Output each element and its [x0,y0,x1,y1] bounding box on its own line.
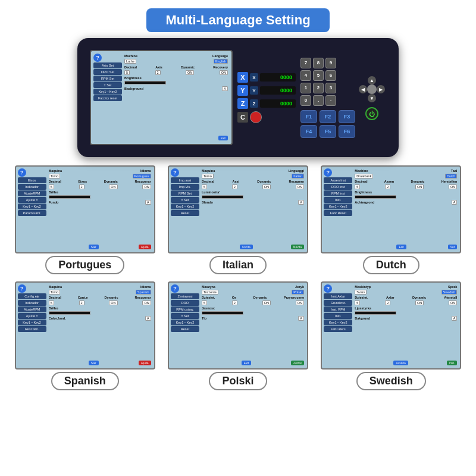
nav-down-arrow[interactable]: ▼ [368,94,376,102]
key-6[interactable]: 6 [325,70,336,81]
key-2[interactable]: 2 [313,83,324,93]
help-icon-dutch[interactable]: ? [324,168,332,177]
f1-key[interactable]: F1 [300,110,317,123]
lang-menu-item-3[interactable]: Ajuste ± [18,197,46,203]
lang-menu-item-4[interactable]: Key1↔Key2 [324,320,352,325]
dro-bottom-controls: Exit [123,136,229,140]
lang-menu-item-2[interactable]: RPM Inst [324,190,352,196]
lang-exit-btn-spanish[interactable]: Sair [89,361,99,365]
brightness-bar-polski [202,311,243,315]
lang-menu-item-3[interactable]: ± Set [171,197,199,203]
lang-menu-item-5[interactable]: Reset [171,210,199,216]
f4-key[interactable]: F4 [300,125,317,138]
lang-extra-btn-italian[interactable]: Novita [291,245,304,249]
lang-bottom-dutch: Exit Set [353,245,458,249]
menu-set[interactable]: ± Set [93,82,122,88]
lang-menu-item-3[interactable]: ± Set [171,313,199,319]
dro-main-area: Machine Language Lathe English Decimal A… [123,54,229,142]
lang-bottom-italian: Uscita Novita [201,245,305,249]
f3-key[interactable]: F3 [339,110,355,123]
lang-card-italian: ? Imp.assiImp.Vis.RPM Set± SetKey1↔Key2R… [165,165,311,274]
help-icon[interactable]: ? [93,54,102,62]
help-icon-italian[interactable]: ? [171,168,179,177]
axis-display: X X 0000 Y Y 0000 Z Z 0000 C [237,72,296,123]
key-5[interactable]: 5 [313,70,324,81]
lang-menu-item-4[interactable]: Key1↔Key2 [18,320,46,325]
nav-left-arrow[interactable]: ◀ [359,85,367,93]
lang-menu-item-4[interactable]: Key1↔Key2 [171,203,199,209]
lang-menu-item-0[interactable]: Zestawosi [171,293,199,299]
lang-menu-item-0[interactable]: Assen Inst [324,177,352,183]
lang-exit-btn-polski[interactable]: Exit [242,361,251,365]
lang-menu-item-0[interactable]: Imp.assi [171,177,199,183]
menu-key-swap[interactable]: Key1↔Key2 [93,89,122,95]
help-icon-polski[interactable]: ? [171,284,179,293]
lang-menu-item-2[interactable]: RPM Set [171,190,199,196]
lang-menu-item-0[interactable]: Inst.Axlar [324,293,352,299]
lang-menu-item-1[interactable]: DRO Inst [324,184,352,190]
nav-center-btn[interactable] [367,84,377,94]
menu-dro-set[interactable]: DRO Set [93,69,122,75]
lang-menu-item-2[interactable]: Inst. RPM [324,306,352,312]
lang-main-swedish: Maskintyp Sprak Svarv Swedish Dziesiet. … [353,284,458,367]
lang-menu-item-2[interactable]: AjusteRPM [18,306,46,312]
key-1[interactable]: 1 [300,83,311,93]
key-4[interactable]: 4 [300,70,311,81]
lang-menu-item-5[interactable]: Fabr Reset [324,210,352,216]
lang-exit-btn-portugues[interactable]: Sair [89,245,99,249]
key-dot[interactable]: . [313,95,324,106]
help-icon-portugues[interactable]: ? [18,168,26,177]
key-0[interactable]: 0 [300,95,311,106]
key-9[interactable]: 9 [325,58,336,68]
lang-menu-item-1[interactable]: Grundinst. [324,300,352,306]
lang-menu-item-1[interactable]: Indicador [18,184,46,190]
lang-main-spanish: Maquina Idioma Torno Spanish Decimal Can… [48,284,152,367]
red-button[interactable] [250,111,262,123]
lang-exit-btn-dutch[interactable]: Exit [396,245,406,249]
lang-menu-item-4[interactable]: Key1↔Key2 [171,320,199,325]
y-axis-label: Y [237,85,248,96]
lang-menu-item-1[interactable]: Indicador [18,300,46,306]
lang-menu-item-5[interactable]: Fabr.aters [324,326,352,332]
f6-key[interactable]: F6 [339,125,355,138]
lang-menu-item-3[interactable]: Ajuste ± [18,313,46,319]
exit-button[interactable]: Exit [218,136,228,140]
lang-menu-item-5[interactable]: Param.Fabr. [18,210,46,216]
lang-extra-btn-swedish[interactable]: Inst. [447,361,457,365]
nav-up-arrow[interactable]: ▲ [368,76,376,84]
lang-extra-btn-portugues[interactable]: Ajuda [139,245,151,249]
lang-exit-btn-italian[interactable]: Uscita [240,245,253,249]
lang-extra-btn-spanish[interactable]: Ajuda [139,361,151,365]
f2-key[interactable]: F2 [320,110,336,123]
lang-menu-item-5[interactable]: Rest.fabr. [18,326,46,332]
lang-menu-item-3[interactable]: Inst. [324,313,352,319]
lang-menu-spanish: ? Config.ejeIndicadorAjusteRPMAjuste ±Ke… [18,284,46,367]
f5-key[interactable]: F5 [320,125,336,138]
lang-menu-item-5[interactable]: Reset [171,326,199,332]
menu-factory-reset[interactable]: Facotry reset [93,95,122,101]
key-neg[interactable]: - [325,95,336,106]
help-icon-swedish[interactable]: ? [324,284,332,293]
lang-menu-item-0[interactable]: Config.eje [18,293,46,299]
z-axis-row: Z Z 0000 [237,98,296,109]
page-title: Multi-Language Setting [146,8,329,32]
key-8[interactable]: 8 [313,58,324,68]
lang-extra-btn-polski[interactable]: Zerów [291,361,304,365]
lang-menu-item-2[interactable]: AjusteRPM [18,190,46,196]
lang-extra-btn-dutch[interactable]: Set [448,245,458,249]
nav-right-arrow[interactable]: ▶ [377,85,385,93]
lang-menu-item-4[interactable]: Key1↔Key2 [18,203,46,209]
key-3[interactable]: 3 [325,83,336,93]
power-button[interactable]: ⏻ [365,107,378,120]
help-icon-spanish[interactable]: ? [18,284,26,293]
lang-menu-item-2[interactable]: RPM ustaw. [171,306,199,312]
menu-rpm-set[interactable]: RPM Set [93,76,122,82]
menu-axis-set[interactable]: Axis Set [93,62,122,68]
lang-menu-item-1[interactable]: Imp.Vis. [171,184,199,190]
lang-menu-item-0[interactable]: Eixos [18,177,46,183]
lang-menu-item-1[interactable]: DRO [171,300,199,306]
lang-exit-btn-swedish[interactable]: Avsluta [393,361,408,365]
lang-menu-item-3[interactable]: Inst. [324,197,352,203]
key-7[interactable]: 7 [300,58,311,68]
lang-menu-item-4[interactable]: Key1↔Key2 [324,203,352,209]
